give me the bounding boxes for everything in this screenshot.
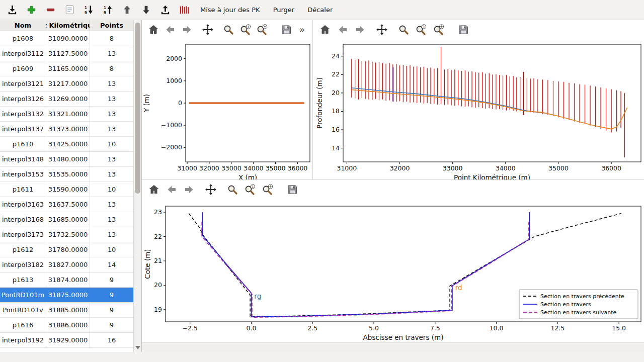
- cross-section-plot-canvas[interactable]: −2.50.02.55.07.510.012.515.01920212223Ab…: [142, 199, 643, 342]
- cell: 13: [90, 46, 134, 61]
- pan-icon: [376, 24, 388, 36]
- zoom-plus-icon: +: [433, 24, 445, 36]
- zoom-region-button[interactable]: 1: [243, 183, 257, 197]
- sections-button[interactable]: [177, 3, 191, 18]
- zoom-plus-button[interactable]: +: [256, 23, 269, 37]
- move-down-button[interactable]: [139, 3, 153, 18]
- table-row-p1608[interactable]: p160831090.00008: [0, 31, 134, 46]
- svg-text:34000: 34000: [496, 164, 516, 172]
- column-header-nom[interactable]: Nom: [0, 20, 46, 31]
- scrollbar-thumb[interactable]: [135, 23, 140, 194]
- svg-text:18: 18: [332, 107, 340, 115]
- pan-button[interactable]: [204, 183, 217, 197]
- zoom-button[interactable]: [396, 23, 410, 37]
- svg-text:33000: 33000: [443, 164, 463, 172]
- table-row-interpol3163[interactable]: interpol316331637.500013: [0, 197, 134, 212]
- sort-asc-button[interactable]: 19: [101, 3, 115, 18]
- home-button[interactable]: [147, 23, 159, 37]
- svg-text:32000: 32000: [199, 164, 219, 172]
- column-header-t-kilometriqu[interactable]: t Kilométriqu: [46, 20, 90, 31]
- table-row-PontRD101v[interactable]: PontRD101v31885.00009: [0, 303, 134, 318]
- zoom-button[interactable]: [225, 183, 239, 197]
- export-button[interactable]: [158, 3, 172, 18]
- cell: 31165.0000: [46, 61, 90, 76]
- table-row-interpol3132[interactable]: interpol313231321.000013: [0, 107, 134, 122]
- sort-desc-button[interactable]: 19: [82, 3, 96, 18]
- move-up-button[interactable]: [120, 3, 134, 18]
- zoom-plus-button[interactable]: +: [261, 183, 274, 197]
- forward-button[interactable]: [181, 23, 193, 37]
- table-row-p1609[interactable]: p160931165.00008: [0, 61, 134, 76]
- table-row-interpol3121[interactable]: interpol312131217.000013: [0, 76, 134, 92]
- back-icon: [166, 184, 178, 196]
- remove-button[interactable]: [43, 3, 57, 18]
- pan-button[interactable]: [201, 23, 214, 37]
- menu-purger[interactable]: Purger: [269, 4, 299, 16]
- zoom-button[interactable]: [222, 23, 235, 37]
- table-row-p1613[interactable]: p161331874.00009: [0, 273, 134, 288]
- forward-button[interactable]: [353, 23, 367, 37]
- table-row-p1612[interactable]: p161231780.000010: [0, 242, 134, 257]
- table-row-interpol3126[interactable]: interpol312631269.000013: [0, 92, 134, 107]
- zoom-plus-button[interactable]: +: [432, 23, 445, 37]
- cell: 31090.0000: [46, 31, 90, 46]
- cell: 9: [90, 303, 134, 317]
- cell: interpol3163: [0, 197, 46, 212]
- table-row-interpol3182[interactable]: interpol318231827.000014: [0, 257, 134, 273]
- table-row-interpol3137[interactable]: interpol313731373.000013: [0, 122, 134, 137]
- zoom-region-icon: 1: [415, 24, 427, 36]
- cell: 31875.0000: [46, 288, 90, 302]
- table-scrollbar[interactable]: [133, 20, 141, 352]
- y-axis-label: Y (m): [142, 94, 150, 113]
- back-icon: [337, 24, 349, 36]
- cell: 31637.5000: [46, 197, 90, 212]
- svg-text:−2.5: −2.5: [183, 324, 198, 332]
- table-row-interpol3173[interactable]: interpol317331732.500013: [0, 227, 134, 242]
- svg-text:36000: 36000: [601, 164, 621, 172]
- cell: 31269.0000: [46, 92, 90, 106]
- scrollbar-down-icon[interactable]: [135, 346, 140, 349]
- table-row-p1616[interactable]: p161631886.00009: [0, 318, 134, 333]
- table-row-interpol3148[interactable]: interpol314831480.000013: [0, 152, 134, 167]
- table-row-p1610[interactable]: p161031425.000010: [0, 137, 134, 152]
- zoom-region-button[interactable]: 1: [414, 23, 428, 37]
- save-button[interactable]: [285, 183, 299, 197]
- pan-button[interactable]: [375, 23, 388, 37]
- plan-plot-canvas[interactable]: 310003200033000340003500036000−2000−1000…: [142, 39, 312, 179]
- home-button[interactable]: [147, 183, 160, 197]
- svg-text:+: +: [264, 24, 266, 29]
- back-button[interactable]: [336, 23, 349, 37]
- table-row-p1611[interactable]: p161131590.000010: [0, 182, 134, 197]
- menu-mise-a-jour-des-pk[interactable]: Mise à jour des PK: [196, 4, 264, 16]
- save-button[interactable]: [280, 23, 292, 37]
- column-header-points[interactable]: Points: [90, 20, 134, 31]
- table-row-interpol3153[interactable]: interpol315331535.000013: [0, 167, 134, 182]
- home-button[interactable]: [318, 23, 332, 37]
- back-button[interactable]: [165, 183, 178, 197]
- zoom-icon: [222, 24, 234, 36]
- svg-text:20: 20: [154, 282, 162, 289]
- profile-plot-canvas[interactable]: 3100032000330003400035000360001416182022…: [313, 39, 643, 179]
- top-plots-row: 1+» 310003200033000340003500036000−2000−…: [142, 20, 644, 180]
- cell: 31535.0000: [46, 167, 90, 182]
- back-button[interactable]: [164, 23, 176, 37]
- import-button[interactable]: [5, 3, 19, 18]
- svg-text:Section en travers: Section en travers: [540, 301, 591, 308]
- table-row-PontRD101m[interactable]: PontRD101m31875.00009: [0, 288, 134, 303]
- form-button[interactable]: [62, 3, 76, 18]
- cell: interpol3148: [0, 152, 46, 166]
- back-icon: [164, 24, 176, 36]
- cell: p1612: [0, 242, 46, 257]
- add-button[interactable]: [24, 3, 38, 18]
- table-row-interpol3112[interactable]: interpol311231127.500013: [0, 46, 134, 61]
- export-icon: [159, 4, 171, 16]
- zoom-region-button[interactable]: 1: [239, 23, 252, 37]
- menu-decaler[interactable]: Décaler: [303, 4, 337, 16]
- svg-text:36000: 36000: [288, 164, 308, 172]
- forward-button[interactable]: [182, 183, 196, 197]
- toolbar-overflow-button[interactable]: »: [297, 25, 307, 35]
- pan-icon: [202, 24, 214, 36]
- save-button[interactable]: [456, 23, 470, 37]
- table-row-interpol3168[interactable]: interpol316831685.000013: [0, 212, 134, 227]
- table-row-interpol3192[interactable]: interpol319231929.000016: [0, 333, 134, 348]
